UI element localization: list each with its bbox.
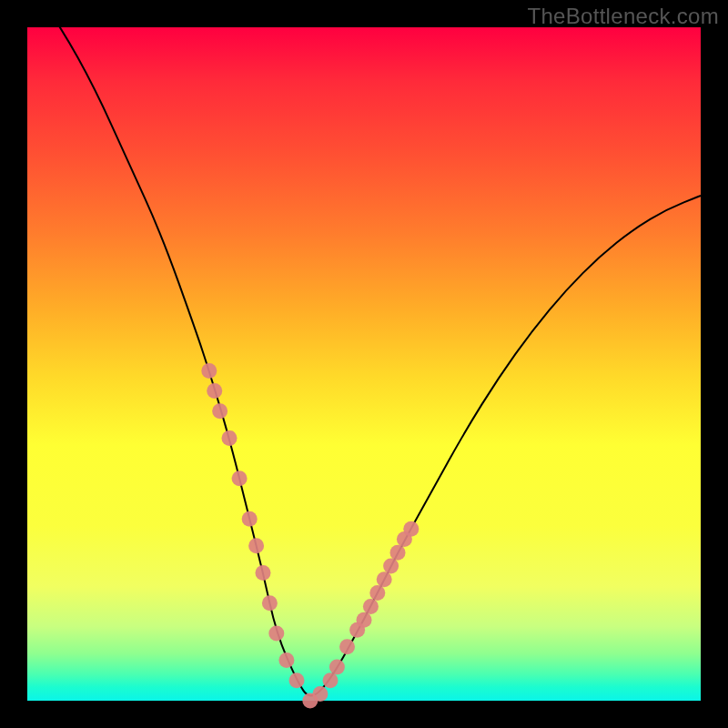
marker-dot <box>207 383 222 399</box>
marker-dot <box>323 672 339 688</box>
chart-frame: TheBottleneck.com <box>0 0 728 728</box>
marker-dot <box>339 639 355 654</box>
marker-dots <box>201 363 419 709</box>
marker-dot <box>403 521 419 537</box>
marker-dot <box>357 612 372 628</box>
marker-dot <box>289 672 305 688</box>
bottleneck-curve <box>27 0 701 695</box>
plot-area <box>27 27 701 701</box>
watermark-text: TheBottleneck.com <box>527 4 719 29</box>
marker-dot <box>232 470 248 486</box>
marker-dot <box>256 565 271 581</box>
marker-dot <box>248 538 264 553</box>
marker-dot <box>268 626 284 642</box>
marker-dot <box>242 511 258 527</box>
marker-dot <box>369 585 385 601</box>
marker-dot <box>390 545 406 561</box>
marker-dot <box>383 559 399 574</box>
marker-dot <box>201 363 217 379</box>
marker-dot <box>278 652 294 668</box>
curve-svg <box>27 27 701 701</box>
marker-dot <box>377 571 392 587</box>
curve-path <box>27 0 701 695</box>
marker-dot <box>262 595 278 611</box>
marker-dot <box>222 430 238 446</box>
marker-dot <box>329 660 345 675</box>
marker-dot <box>363 599 379 614</box>
marker-dot <box>212 403 228 419</box>
marker-dot <box>312 686 328 702</box>
